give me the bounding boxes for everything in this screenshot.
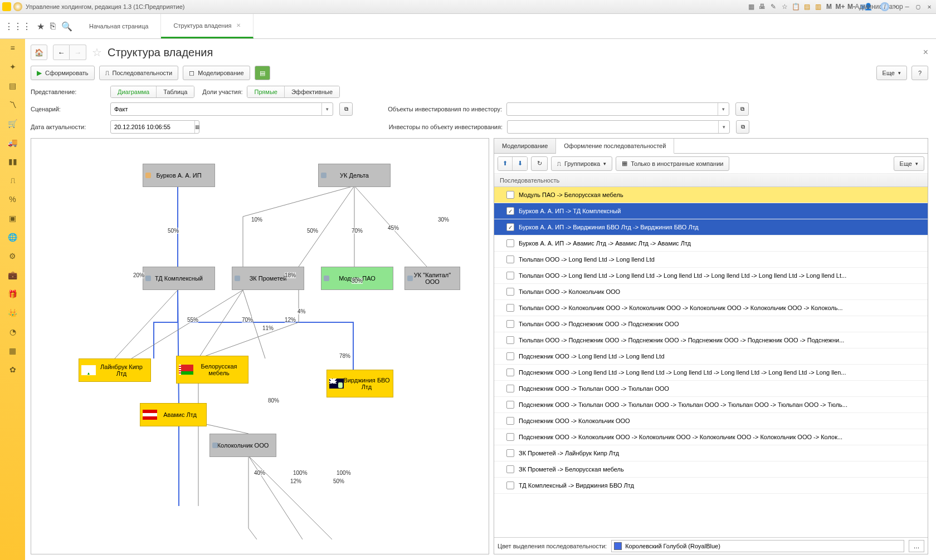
refresh-button[interactable]: ↻ [531,156,548,171]
rp-more-button[interactable]: Еще ▾ [894,156,924,171]
node-lainbruk[interactable]: Лайнбрук Кипр Лтд [79,358,151,382]
close-window-button[interactable]: ✕ [925,2,934,11]
row-checkbox[interactable] [506,482,514,489]
node-uk-delta[interactable]: УК Дельта [318,164,391,187]
node-avamis[interactable]: Авамис Лтд [140,403,207,426]
apps-grid-icon[interactable]: ⋮⋮⋮ [4,21,31,32]
sequence-row[interactable]: Тюльпан ООО -> Long llend Ltd -> Long ll… [494,268,928,284]
grouping-button[interactable]: ⎍Группировка ▾ [551,156,612,171]
rail-star-icon[interactable]: ✦ [7,61,18,72]
node-virginia[interactable]: Вирджиния БВО Лтд [326,370,393,397]
row-checkbox[interactable] [506,401,514,409]
calendar-icon[interactable]: ▤ [802,2,811,11]
rail-flow-icon[interactable]: ⎍ [7,175,18,186]
minimize-window-button[interactable]: — [903,2,911,11]
color-picker-button[interactable]: … [909,540,924,552]
by-object-open-button[interactable]: ⧉ [736,120,749,134]
generate-button[interactable]: ▶Сформировать [31,66,95,80]
history-icon[interactable]: ⎘ [50,21,56,31]
scenario-dropdown-icon[interactable]: ▾ [321,103,333,115]
node-belorus[interactable]: Белорусская мебель [176,356,248,384]
row-checkbox[interactable] [506,385,514,392]
close-tab-icon[interactable]: ✕ [236,22,241,28]
calendar-picker-icon[interactable]: ▦ [194,121,200,133]
clipboard-icon[interactable]: 📋 [791,2,800,11]
row-checkbox[interactable] [506,449,514,457]
by-object-input[interactable] [508,124,718,130]
home-button[interactable]: 🏠 [31,45,47,60]
rail-eagle-icon[interactable]: 👑 [7,307,18,318]
sequence-row[interactable]: Подснежник ООО -> Long llend Ltd -> Long… [494,365,928,381]
row-checkbox[interactable] [506,272,514,279]
by-object-field[interactable]: ▾ [507,120,730,134]
row-checkbox[interactable] [506,304,514,312]
sequence-row[interactable]: ✓Бурков А. А. ИП -> Вирджиния БВО Лтд ->… [494,219,928,235]
app-menu-dropdown[interactable] [13,2,22,11]
tab-modeling[interactable]: Моделирование [494,139,556,154]
tool-icon-a[interactable]: ✎ [769,2,778,11]
rail-clock-icon[interactable]: ◔ [7,326,18,337]
help-button[interactable]: ? [911,66,928,80]
row-checkbox[interactable] [506,352,514,360]
row-checkbox[interactable] [506,288,514,296]
share-effective-option[interactable]: Эффективные [285,86,339,97]
sequence-row[interactable]: Тюльпан ООО -> Колокольчик ООО [494,284,928,300]
tab-home[interactable]: Начальная страница [77,14,161,38]
modeling-button[interactable]: ◻Моделирование [183,66,250,80]
row-checkbox[interactable] [506,417,514,425]
memory-m-button[interactable]: M [825,2,833,11]
settings-green-button[interactable]: ▤ [255,66,270,80]
rail-truck-icon[interactable]: 🚚 [7,137,18,148]
color-field[interactable]: Королевский Голубой (RoyalBlue) [611,540,904,552]
by-investor-field[interactable]: ▾ [506,102,729,116]
node-uk-kapital[interactable]: УК "Капитал" ООО [404,267,460,290]
rail-settings-icon[interactable]: ✿ [7,364,18,375]
foreign-only-button[interactable]: ▦Только в иностранные компании [616,156,729,171]
row-checkbox[interactable] [506,433,514,441]
more-button[interactable]: Еще ▾ [876,66,907,80]
diagram-canvas[interactable]: Бурков А. А. ИП УК Дельта ТД Комплексный… [31,138,489,554]
move-down-button[interactable]: ⬇ [513,157,527,170]
node-td-komplex[interactable]: ТД Комплексный [143,267,215,290]
rail-menu-icon[interactable]: ≡ [7,42,18,53]
calendar-icon-2[interactable]: ▥ [813,2,822,11]
row-checkbox[interactable] [506,369,514,376]
print-icon[interactable]: 🖶 [758,2,767,11]
forward-button[interactable]: → [70,45,86,60]
date-field[interactable]: ▦ [110,120,199,134]
help-dropdown-icon[interactable]: ▾ [891,2,900,11]
search-icon[interactable]: 🔍 [61,21,72,32]
close-page-button[interactable]: × [923,47,928,57]
move-up-button[interactable]: ⬆ [498,157,513,170]
sequence-row[interactable]: Тюльпан ООО -> Подснежник ООО -> Подснеж… [494,316,928,332]
row-checkbox[interactable] [506,191,514,199]
tab-ownership-structure[interactable]: Структура владения ✕ [161,14,253,38]
rail-globe-icon[interactable]: 🌐 [7,232,18,243]
help-icon[interactable]: i [880,2,889,11]
view-diagram-option[interactable]: Диаграмма [111,86,157,97]
sequence-row[interactable]: Модуль ПАО -> Белорусская мебель [494,187,928,203]
sequence-row[interactable]: Тюльпан ООО -> Колокольчик ООО -> Колоко… [494,300,928,316]
sequence-row[interactable]: Подснежник ООО -> Long llend Ltd -> Long… [494,348,928,365]
rail-gift-icon[interactable]: 🎁 [7,288,18,299]
by-investor-open-button[interactable]: ⧉ [735,102,749,116]
date-input[interactable] [111,124,194,130]
sequence-row[interactable]: Тюльпан ООО -> Подснежник ООО -> Подснеж… [494,332,928,348]
sequences-button[interactable]: ⎍Последовательности [99,66,179,80]
toolbar-icon-1[interactable]: ▦ [747,2,755,11]
rail-percent-icon[interactable]: % [7,194,18,205]
row-checkbox[interactable] [506,239,514,247]
share-direct-option[interactable]: Прямые [247,86,284,97]
maximize-window-button[interactable]: ▢ [914,2,923,11]
node-zk-prometey[interactable]: ЗК Прометей [232,267,304,290]
sequence-grid[interactable]: Модуль ПАО -> Белорусская мебель✓Бурков … [494,187,928,537]
row-checkbox[interactable] [506,336,514,344]
rail-bars-icon[interactable]: ▮▮ [7,156,18,167]
scenario-field[interactable]: ▾ [110,102,333,116]
star-icon[interactable]: ★ [37,21,45,32]
by-investor-input[interactable] [507,106,718,112]
sequence-row[interactable]: Подснежник ООО -> Тюльпан ООО -> Тюльпан… [494,381,928,397]
back-button[interactable]: ← [53,45,70,60]
sequence-row[interactable]: Подснежник ООО -> Колокольчик ООО -> Кол… [494,429,928,445]
view-table-option[interactable]: Таблица [157,86,194,97]
